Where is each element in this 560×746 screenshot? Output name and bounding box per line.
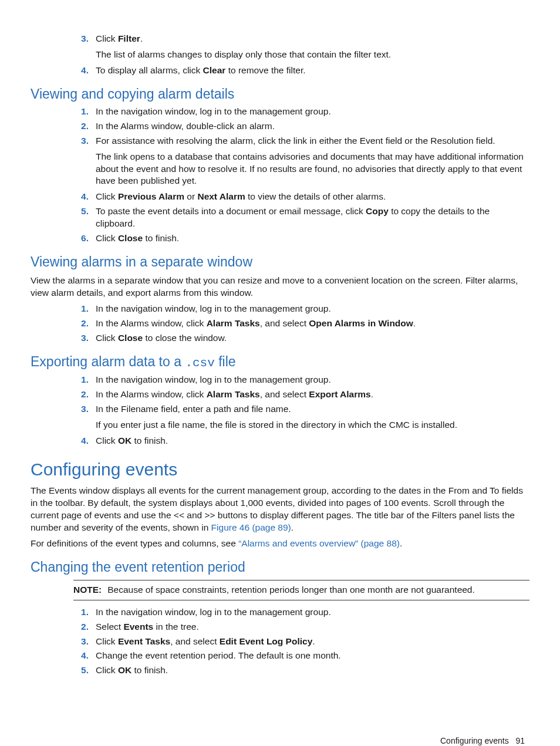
- heading-export-csv: Exporting alarm data to a .csv file: [31, 353, 529, 372]
- step-text: Click Filter.: [96, 33, 143, 43]
- step-item: 2.Select Events in the tree.: [73, 621, 529, 633]
- step-number: 2.: [73, 389, 89, 401]
- step-item: 3.Click Close to close the window.: [73, 332, 529, 345]
- step-text: Select Events in the tree.: [96, 622, 199, 632]
- step-item: 4.Click OK to finish.: [73, 435, 529, 447]
- step-text: In the navigation window, log in to the …: [96, 374, 331, 384]
- step-number: 4.: [73, 65, 89, 77]
- step-sub: The list of alarms changes to display on…: [96, 49, 529, 61]
- step-text: For assistance with resolving the alarm,…: [96, 136, 495, 146]
- heading-view-separate: Viewing alarms in a separate window: [31, 253, 529, 271]
- step-text: In the Alarms window, click Alarm Tasks,…: [96, 389, 373, 399]
- configuring-events-p2: For definitions of the event types and c…: [31, 538, 529, 550]
- step-number: 2.: [73, 318, 89, 330]
- step-number: 6.: [73, 232, 89, 245]
- page-footer: Configuring events 91: [31, 735, 529, 746]
- step-number: 4.: [73, 435, 89, 447]
- step-item: 4.To display all alarms, click Clear to …: [73, 65, 529, 77]
- step-item: 3.In the Filename field, enter a path an…: [73, 403, 529, 431]
- step-item: 2.In the Alarms window, click Alarm Task…: [73, 389, 529, 401]
- step-item: 4.Click Previous Alarm or Next Alarm to …: [73, 191, 529, 203]
- step-item: 5.Click OK to finish.: [73, 664, 529, 677]
- step-number: 2.: [73, 621, 89, 633]
- step-number: 5.: [73, 205, 89, 218]
- step-item: 1.In the navigation window, log in to th…: [73, 106, 529, 118]
- step-number: 1.: [73, 374, 89, 386]
- step-sub: If you enter just a file name, the file …: [96, 419, 529, 431]
- step-text: Click OK to finish.: [96, 436, 168, 445]
- step-text: To display all alarms, click Clear to re…: [96, 65, 306, 75]
- view-separate-intro: View the alarms in a separate window tha…: [31, 275, 529, 299]
- step-number: 3.: [73, 332, 89, 345]
- step-number: 4.: [73, 650, 89, 662]
- step-number: 1.: [73, 606, 89, 619]
- step-sub: The link opens to a database that contai…: [96, 151, 529, 188]
- footer-text: Configuring events: [440, 736, 509, 745]
- step-text: In the navigation window, log in to the …: [96, 303, 331, 313]
- step-number: 3.: [73, 33, 89, 45]
- filter-steps-continued: 3.Click Filter.The list of alarms change…: [31, 33, 529, 77]
- step-number: 3.: [73, 636, 89, 648]
- view-copy-steps: 1.In the navigation window, log in to th…: [31, 106, 529, 245]
- step-text: Change the event retention period. The d…: [96, 650, 341, 660]
- heading-configuring-events: Configuring events: [31, 458, 529, 482]
- step-item: 2.In the Alarms window, double-click an …: [73, 120, 529, 133]
- step-text: Click Previous Alarm or Next Alarm to vi…: [96, 191, 386, 201]
- step-item: 1.In the navigation window, log in to th…: [73, 303, 529, 315]
- export-title-mono: .csv: [185, 356, 214, 370]
- step-item: 4.Change the event retention period. The…: [73, 650, 529, 662]
- alarms-events-overview-link[interactable]: “Alarms and events overview” (page 88): [238, 538, 400, 548]
- note-retention: NOTE:Because of space constraints, reten…: [73, 580, 529, 600]
- configuring-events-p1: The Events window displays all events fo…: [31, 485, 529, 534]
- step-item: 3.Click Event Tasks, and select Edit Eve…: [73, 636, 529, 648]
- step-text: In the navigation window, log in to the …: [96, 607, 331, 617]
- figure-46-link[interactable]: Figure 46 (page 89): [211, 522, 291, 532]
- step-text: Click OK to finish.: [96, 665, 168, 675]
- step-item: 1.In the navigation window, log in to th…: [73, 606, 529, 619]
- cfg-p1-post: .: [291, 522, 294, 532]
- step-text: In the Filename field, enter a path and …: [96, 404, 291, 414]
- step-text: In the navigation window, log in to the …: [96, 106, 331, 116]
- step-number: 2.: [73, 120, 89, 133]
- step-number: 5.: [73, 664, 89, 677]
- view-separate-steps: 1.In the navigation window, log in to th…: [31, 303, 529, 345]
- step-text: Click Close to finish.: [96, 233, 179, 243]
- heading-view-copy-alarm: Viewing and copying alarm details: [31, 85, 529, 103]
- step-text: In the Alarms window, click Alarm Tasks,…: [96, 318, 416, 328]
- cfg-p2-pre: For definitions of the event types and c…: [31, 538, 238, 548]
- step-number: 1.: [73, 303, 89, 315]
- step-item: 3.For assistance with resolving the alar…: [73, 135, 529, 188]
- step-number: 3.: [73, 135, 89, 147]
- step-number: 1.: [73, 106, 89, 118]
- step-number: 3.: [73, 403, 89, 416]
- step-item: 2.In the Alarms window, click Alarm Task…: [73, 318, 529, 330]
- export-steps: 1.In the navigation window, log in to th…: [31, 374, 529, 447]
- step-item: 5.To paste the event details into a docu…: [73, 205, 529, 230]
- note-label: NOTE:: [73, 585, 102, 595]
- footer-page: 91: [515, 736, 525, 745]
- note-text: Because of space constraints, retention …: [107, 585, 475, 595]
- export-title-pre: Exporting alarm data to a: [31, 354, 185, 369]
- export-title-post: file: [215, 354, 236, 369]
- retention-steps: 1.In the navigation window, log in to th…: [31, 606, 529, 677]
- step-text: Click Event Tasks, and select Edit Event…: [96, 636, 315, 646]
- step-item: 3.Click Filter.The list of alarms change…: [73, 33, 529, 61]
- step-text: To paste the event details into a docume…: [96, 206, 490, 228]
- step-item: 6.Click Close to finish.: [73, 232, 529, 245]
- cfg-p2-post: .: [400, 538, 402, 548]
- step-item: 1.In the navigation window, log in to th…: [73, 374, 529, 386]
- step-text: Click Close to close the window.: [96, 333, 227, 343]
- step-number: 4.: [73, 191, 89, 203]
- heading-retention-period: Changing the event retention period: [31, 558, 529, 576]
- step-text: In the Alarms window, double-click an al…: [96, 121, 275, 131]
